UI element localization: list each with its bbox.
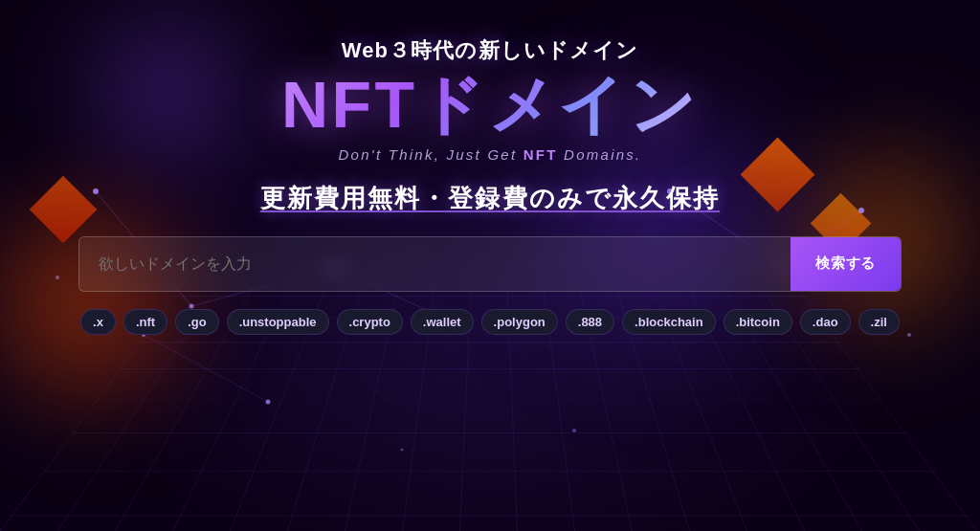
search-button[interactable]: 検索する [791,237,901,291]
domain-tag[interactable]: .wallet [411,309,474,335]
main-content: Web３時代の新しいドメイン NFTドメイン Don't Think, Just… [0,0,980,335]
domain-tag[interactable]: .bitcoin [724,309,792,335]
svg-point-14 [266,400,271,405]
domain-tag[interactable]: .zil [858,309,900,335]
tagline: Don't Think, Just Get NFT Domains. [339,146,642,163]
domain-tag[interactable]: .blockchain [622,309,716,335]
domain-tag[interactable]: .x [80,309,116,335]
tagline-nft: NFT [523,146,558,163]
domain-tag[interactable]: .crypto [337,309,403,335]
svg-point-17 [572,429,576,432]
domain-tag[interactable]: .unstoppable [227,309,329,335]
feature-text: 更新費用無料・登録費のみで永久保持 [260,182,720,215]
domain-tag[interactable]: .go [175,309,219,335]
tags-row: .x.nft.go.unstoppable.crypto.wallet.poly… [80,309,900,335]
domain-tag[interactable]: .888 [566,309,614,335]
svg-point-18 [401,449,404,452]
svg-line-5 [144,335,268,402]
search-input[interactable] [79,237,791,291]
tagline-prefix: Don't Think, Just Get [339,146,523,163]
search-bar: 検索する [78,236,902,292]
domain-tag[interactable]: .nft [123,309,167,335]
page-main-title: NFTドメイン [281,69,699,141]
tagline-suffix: Domains. [558,146,642,163]
page-subtitle: Web３時代の新しいドメイン [342,36,638,65]
domain-tag[interactable]: .polygon [481,309,558,335]
domain-tag[interactable]: .dao [800,309,851,335]
